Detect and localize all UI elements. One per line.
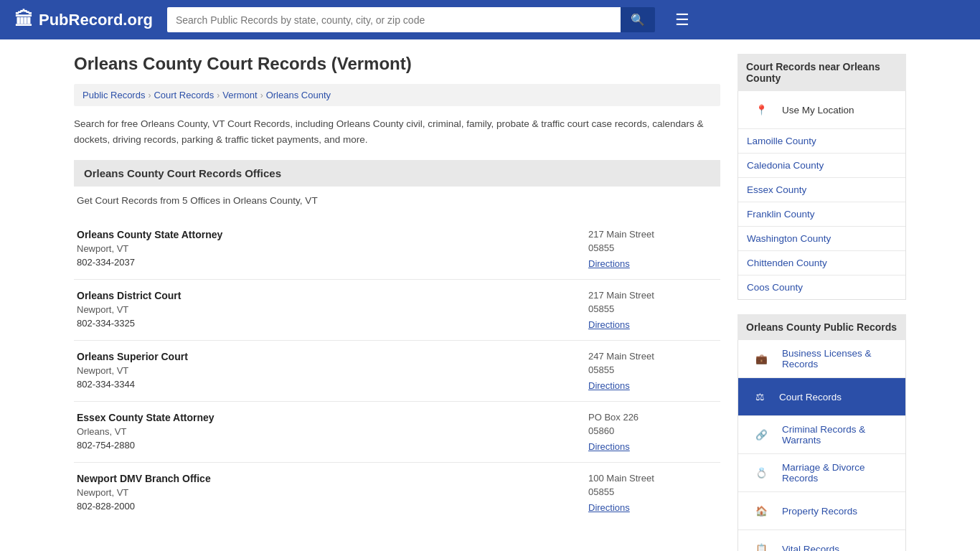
breadcrumb-orleans-county[interactable]: Orleans County [266, 90, 331, 100]
office-city-4: Newport, VT [77, 487, 211, 498]
office-name-4: Newport DMV Branch Office [77, 473, 211, 484]
offices-count: Get Court Records from 5 Offices in Orle… [74, 195, 720, 206]
office-name-1: Orleans District Court [77, 290, 181, 301]
nearby-item-5[interactable]: Washington County [738, 227, 905, 251]
office-phone-0: 802-334-2037 [77, 257, 222, 268]
public-record-item-1[interactable]: ⚖Court Records [738, 378, 905, 416]
search-button[interactable]: 🔍 [621, 7, 655, 32]
pr-link-3[interactable]: 💍Marriage & Divorce Records [738, 454, 905, 491]
nearby-link-6[interactable]: Chittenden County [738, 251, 905, 275]
public-record-item-4[interactable]: 🏠Property Records [738, 492, 905, 530]
office-entry: Orleans District Court Newport, VT 802-3… [74, 280, 720, 341]
office-address-3: PO Box 226 [588, 412, 717, 423]
nearby-item-1[interactable]: Lamoille County [738, 129, 905, 154]
breadcrumb-sep-2: › [217, 90, 220, 100]
search-input[interactable] [167, 7, 621, 32]
nearby-item-2[interactable]: Caledonia County [738, 154, 905, 178]
office-left-0: Orleans County State Attorney Newport, V… [77, 229, 222, 269]
site-header: 🏛 PubRecord.org 🔍 ☰ [0, 0, 980, 39]
nearby-icon-0: 📍 [747, 98, 776, 122]
logo-text: PubRecord.org [39, 11, 153, 29]
office-name-0: Orleans County State Attorney [77, 229, 222, 240]
office-zip-1: 05855 [588, 303, 717, 314]
nearby-item-7[interactable]: Coos County [738, 276, 905, 299]
nearby-link-5[interactable]: Washington County [738, 227, 905, 250]
sidebar: Court Records near Orleans County 📍Use M… [738, 54, 906, 551]
directions-link-1[interactable]: Directions [588, 319, 630, 330]
office-name-2: Orleans Superior Court [77, 351, 188, 362]
office-left-2: Orleans Superior Court Newport, VT 802-3… [77, 351, 188, 391]
breadcrumb-sep-3: › [260, 90, 263, 100]
public-records-section: Orleans County Public Records 💼Business … [738, 314, 906, 551]
site-logo[interactable]: 🏛 PubRecord.org [14, 9, 153, 31]
office-zip-4: 05855 [588, 486, 717, 497]
nearby-list: 📍Use My LocationLamoille CountyCaledonia… [738, 91, 906, 300]
pr-icon-0: 💼 [747, 347, 776, 371]
pr-link-4[interactable]: 🏠Property Records [738, 492, 905, 529]
office-address-0: 217 Main Street [588, 229, 717, 240]
pr-link-2[interactable]: 🔗Criminal Records & Warrants [738, 416, 905, 453]
nearby-link-2[interactable]: Caledonia County [738, 154, 905, 177]
pr-link-0[interactable]: 💼Business Licenses & Records [738, 340, 905, 377]
nearby-link-3[interactable]: Essex County [738, 178, 905, 202]
menu-icon: ☰ [675, 11, 689, 29]
search-bar: 🔍 [167, 7, 655, 32]
breadcrumb-public-records[interactable]: Public Records [83, 90, 145, 100]
office-city-0: Newport, VT [77, 243, 222, 254]
directions-link-4[interactable]: Directions [588, 502, 630, 513]
public-record-item-0[interactable]: 💼Business Licenses & Records [738, 340, 905, 378]
directions-link-0[interactable]: Directions [588, 258, 630, 269]
office-left-3: Essex County State Attorney Orleans, VT … [77, 412, 215, 452]
breadcrumb-court-records[interactable]: Court Records [154, 90, 214, 100]
pr-icon-4: 🏠 [747, 499, 776, 523]
pr-icon-1: ⚖ [747, 385, 773, 409]
pr-icon-3: 💍 [747, 461, 776, 485]
office-entry: Essex County State Attorney Orleans, VT … [74, 402, 720, 463]
page-description: Search for free Orleans County, VT Court… [74, 116, 720, 147]
nearby-item-3[interactable]: Essex County [738, 178, 905, 202]
directions-link-2[interactable]: Directions [588, 380, 630, 391]
nearby-item-0[interactable]: 📍Use My Location [738, 91, 905, 129]
office-left-4: Newport DMV Branch Office Newport, VT 80… [77, 473, 211, 513]
menu-button[interactable]: ☰ [675, 12, 689, 28]
office-city-1: Newport, VT [77, 304, 181, 315]
office-name-3: Essex County State Attorney [77, 412, 215, 423]
pr-link-5[interactable]: 📋Vital Records [738, 530, 905, 551]
public-records-heading: Orleans County Public Records [738, 314, 906, 340]
office-zip-2: 05855 [588, 364, 717, 375]
nearby-item-4[interactable]: Franklin County [738, 202, 905, 227]
pr-active-label-1[interactable]: ⚖Court Records [738, 378, 905, 415]
public-record-item-2[interactable]: 🔗Criminal Records & Warrants [738, 416, 905, 454]
office-phone-3: 802-754-2880 [77, 440, 215, 451]
breadcrumb-sep-1: › [148, 90, 151, 100]
nearby-item-6[interactable]: Chittenden County [738, 251, 905, 276]
office-zip-0: 05855 [588, 242, 717, 253]
office-right-2: 247 Main Street 05855 Directions [588, 351, 717, 391]
office-address-1: 217 Main Street [588, 290, 717, 301]
office-zip-3: 05860 [588, 425, 717, 436]
nearby-link-1[interactable]: Lamoille County [738, 129, 905, 153]
search-icon: 🔍 [631, 14, 645, 26]
nearby-link-7[interactable]: Coos County [738, 276, 905, 299]
office-entry: Newport DMV Branch Office Newport, VT 80… [74, 463, 720, 523]
public-records-list: 💼Business Licenses & Records⚖Court Recor… [738, 340, 906, 551]
nearby-link-4[interactable]: Franklin County [738, 202, 905, 226]
pr-icon-2: 🔗 [747, 423, 776, 447]
breadcrumb-vermont[interactable]: Vermont [222, 90, 257, 100]
nearby-link-0[interactable]: 📍Use My Location [738, 91, 905, 128]
nearby-heading: Court Records near Orleans County [738, 54, 906, 91]
office-right-1: 217 Main Street 05855 Directions [588, 290, 717, 330]
office-entry: Orleans Superior Court Newport, VT 802-3… [74, 341, 720, 402]
public-record-item-5[interactable]: 📋Vital Records [738, 530, 905, 551]
offices-section-heading: Orleans County Court Records Offices [74, 160, 720, 187]
office-left-1: Orleans District Court Newport, VT 802-3… [77, 290, 181, 330]
office-address-2: 247 Main Street [588, 351, 717, 362]
public-record-item-3[interactable]: 💍Marriage & Divorce Records [738, 454, 905, 492]
office-entry: Orleans County State Attorney Newport, V… [74, 219, 720, 280]
nearby-section: Court Records near Orleans County 📍Use M… [738, 54, 906, 300]
office-city-2: Newport, VT [77, 365, 188, 376]
office-right-4: 100 Main Street 05855 Directions [588, 473, 717, 513]
main-container: Orleans County Court Records (Vermont) P… [60, 39, 920, 551]
directions-link-3[interactable]: Directions [588, 441, 630, 452]
breadcrumb: Public Records › Court Records › Vermont… [74, 84, 720, 106]
